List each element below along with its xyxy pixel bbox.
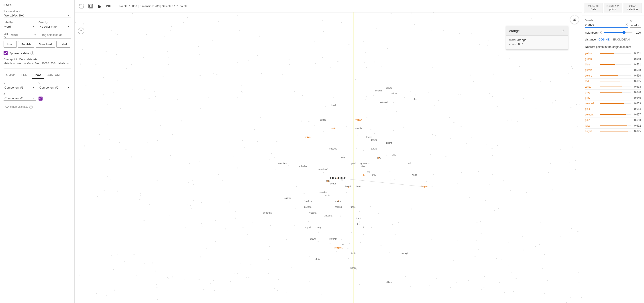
scatter-word-label[interactable]: alabama [324,215,332,217]
scatter-word-label[interactable]: castile [284,197,291,199]
nearest-item[interactable]: yellow 0.551 [585,51,641,56]
label-by-dropdown[interactable]: word ▼ [4,24,36,29]
scatter-word-label[interactable]: detroit [330,182,336,185]
clear-selection-button[interactable]: Clear selection [623,3,642,13]
publish-button[interactable]: Publish [18,41,34,48]
scatter-word-label[interactable]: flower [366,136,372,138]
select-rect-icon[interactable] [78,3,85,10]
color-by-dropdown[interactable]: No color map ▼ [38,24,71,29]
z-enable-checkbox[interactable] [38,97,42,101]
tab-umap[interactable]: UMAP [4,71,18,79]
dataset-dropdown[interactable]: Word2Vec 10K ▼ [4,13,71,18]
edit-by-dropdown[interactable]: word ▼ [10,33,37,37]
scatter-word-label[interactable]: white [412,174,417,176]
scatter-word-label[interactable]: silver [361,165,366,168]
scatter-word-label[interactable]: dark [407,162,412,165]
scatter-word-label[interactable]: orange [330,175,346,180]
scatter-word-label[interactable]: burnt [356,185,361,188]
scatter-word-label[interactable]: beach [346,185,352,188]
scatter-word-label[interactable]: william [386,281,392,284]
scatter-word-label[interactable]: bavarian [319,191,327,194]
tab-tsne[interactable]: T-SNE [18,71,32,79]
select-lasso-icon[interactable] [87,3,94,10]
scatter-word-label[interactable]: kent [356,217,361,220]
scatter-word-label[interactable]: bay [326,180,330,182]
scatter-word-label[interactable]: bright [386,142,392,144]
scatter-word-label[interactable]: red [367,171,370,173]
label-toggle-icon[interactable]: A [105,3,112,10]
sphereize-checkbox[interactable] [4,51,8,55]
nearest-item[interactable]: green 0.558 [585,56,641,62]
nearest-item[interactable]: pale 0.690 [585,117,641,123]
scatter-word-label[interactable]: lion [357,223,360,226]
scatter-word-label[interactable]: green [360,162,367,165]
scatter-word-label[interactable]: counties [278,162,286,165]
scatter-word-label[interactable]: victoria [309,212,316,214]
scatter-word-label[interactable]: essex [335,200,341,202]
scatter-word-label[interactable]: subway [329,147,337,150]
isolate-points-button[interactable]: Isolate 101 points [604,3,622,13]
scatter-word-label[interactable]: colored [380,101,388,104]
distance-cosine-option[interactable]: COSINE [598,37,610,42]
scatter-word-label[interactable]: marble [355,127,362,130]
scatter-word-label[interactable]: colour [391,92,397,95]
sphereize-help-icon[interactable]: ? [30,51,34,55]
nearest-item[interactable]: white 0.633 [585,84,641,90]
scatter-word-label[interactable]: gray [376,156,381,159]
scatter-word-label[interactable]: purple [371,147,377,150]
show-all-data-button[interactable]: Show All Data [584,3,603,13]
scatter-word-label[interactable]: vii [342,243,344,246]
scatter-word-label[interactable]: holland [335,206,342,208]
search-input[interactable] [585,23,624,26]
scatter-word-label[interactable]: iii [363,226,364,229]
night-mode-icon[interactable] [96,3,103,10]
label-button[interactable]: Label [56,41,70,48]
scatter-word-label[interactable]: frederick [334,247,343,249]
scatter-word-label[interactable]: suburbs [299,165,307,168]
scatter-word-label[interactable]: flanders [304,200,312,202]
nearest-item[interactable]: purple 0.568 [585,67,641,73]
nearest-item[interactable]: red 0.605 [585,78,641,84]
tab-pca[interactable]: PCA [32,71,44,79]
scatter-word-label[interactable]: dried [331,104,336,107]
home-button[interactable] [570,15,579,24]
nearest-item[interactable]: grey 0.640 [585,95,641,101]
download-button[interactable]: Download [36,41,55,48]
scatter-word-label[interactable]: louis [351,252,356,255]
scatter-word-label[interactable]: downtown [318,168,328,170]
neighbors-help-icon[interactable]: ? [598,31,602,34]
scatter-word-label[interactable]: colors [386,86,392,89]
scatter-word-label[interactable]: maine [325,194,331,196]
tab-custom[interactable]: CUSTOM [44,71,62,79]
scatter-word-label[interactable]: colours [375,89,382,92]
popup-close-icon[interactable]: ∧ [562,28,565,33]
x-axis-dropdown[interactable]: Component #1 ▼ [4,85,36,90]
scatter-word-label[interactable]: baldwin [329,238,337,240]
scatter-word-label[interactable]: blue [392,154,396,156]
scatter-word-label[interactable]: sauce [320,119,326,121]
nearest-item[interactable]: colours 0.677 [585,112,641,117]
load-button[interactable]: Load [4,41,17,48]
scatter-word-label[interactable]: peel [352,162,356,165]
scatter-word-label[interactable]: prince [350,267,357,269]
scatter-word-label[interactable]: grey [372,174,376,176]
y-axis-dropdown[interactable]: Component #2 ▼ [38,85,71,90]
nearest-item[interactable]: colored 0.659 [585,101,641,106]
scatter-word-label[interactable]: crown [310,238,316,240]
tag-selection-input[interactable] [42,33,74,36]
pca-help-icon[interactable]: ? [29,105,33,109]
scatter-word-label[interactable]: fraser [351,206,356,208]
slider-thumb[interactable] [622,31,626,34]
nearest-item[interactable]: bright 0.695 [585,129,641,134]
nearest-item[interactable]: blue 0.561 [585,62,641,67]
scatter-plot[interactable]: orangeredgreendarkbluegraygreywhitesilve… [74,12,582,303]
search-input-wrapper[interactable]: ✕ [585,22,628,27]
scatter-word-label[interactable]: hawaii [305,136,311,138]
nearest-item[interactable]: gray 0.640 [585,90,641,95]
nearest-item[interactable]: juice 0.692 [585,123,641,129]
by-dropdown[interactable]: word ▼ [630,23,641,27]
scatter-word-label[interactable]: regent [305,226,311,229]
scatter-word-label[interactable]: darker [370,139,377,141]
scatter-word-label[interactable]: bohemia [263,212,272,214]
scatter-word-label[interactable]: color [412,98,417,101]
